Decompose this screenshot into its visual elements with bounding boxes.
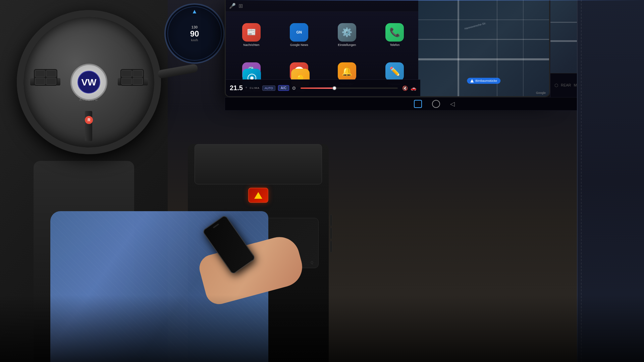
nachrichten-icon: 📰 <box>242 23 261 42</box>
air-vents <box>327 211 335 256</box>
telefon-icon: 📞 <box>385 23 404 42</box>
einstellungen-label: Einstellungen <box>338 43 356 47</box>
map-road-v3 <box>523 0 524 97</box>
anpassen-icon: ✏️ <box>385 62 404 81</box>
screen-top-bar: 🎤 ⊞ <box>226 0 420 12</box>
temp-left-display: 21.5 <box>230 84 243 92</box>
location-arrow-icon <box>470 79 474 82</box>
app-telefon[interactable]: 📞 Telefon <box>371 15 419 55</box>
steering-wheel-buttons-left <box>34 69 57 86</box>
telefon-label: Telefon <box>390 43 399 47</box>
map-road-h1 <box>418 39 549 40</box>
location-badge: Birnbaumstücke <box>467 78 500 84</box>
google-news-icon: GN <box>290 23 308 42</box>
google-brand-label: Google <box>536 91 546 95</box>
vent-3 <box>330 241 332 252</box>
ac-button[interactable]: A/C <box>278 85 289 91</box>
clima-label: CLIMA <box>250 86 259 89</box>
navigation-map: Hannoversche-Str. Birnbaumstücke Google <box>418 0 549 97</box>
climate-control-bar: 21.5 ° CLIMA AUTO A/C ⚙ 🔇 🚗 <box>226 79 420 96</box>
auto-button[interactable]: AUTO <box>262 85 275 91</box>
sw-btn-5[interactable] <box>121 70 132 77</box>
home-icon[interactable] <box>432 100 440 108</box>
sw-btn-1[interactable] <box>35 70 45 77</box>
steering-wheel-buttons-right <box>120 69 144 86</box>
fan-icon: ⚙ <box>292 85 296 91</box>
car-icon[interactable]: 🚗 <box>411 85 416 91</box>
map-road-h2 <box>418 58 549 60</box>
steering-wheel-hub: VW <box>70 64 107 101</box>
temp-unit-display: ° <box>246 86 247 90</box>
app-nachrichten[interactable]: 📰 Nachrichten <box>227 15 275 55</box>
nachrichten-label: Nachrichten <box>243 43 259 47</box>
hazard-button[interactable] <box>248 188 268 203</box>
climate-slider[interactable] <box>301 87 398 89</box>
rear-label-btn[interactable]: REAR <box>561 83 571 87</box>
app-einstellungen[interactable]: ⚙️ Einstellungen <box>323 15 371 55</box>
app-google-news[interactable]: GN Google News <box>275 15 323 55</box>
steering-wheel-spoke-bottom <box>85 111 92 141</box>
rear-climate-icon[interactable]: ⬡ <box>554 83 558 88</box>
sw-btn-2[interactable] <box>46 70 56 77</box>
sw-btn-4[interactable] <box>46 78 56 85</box>
climate-slider-fill <box>301 87 335 89</box>
map-road-h3 <box>418 19 549 20</box>
phone-speaker <box>213 224 219 229</box>
vw-logo-icon: VW <box>77 70 101 94</box>
climate-slider-thumb[interactable] <box>332 86 336 90</box>
vent-1 <box>330 215 332 226</box>
back-icon[interactable]: ◁ <box>450 100 455 108</box>
vent-2 <box>330 228 332 239</box>
einstellungen-icon: ⚙️ <box>338 23 356 42</box>
sw-btn-3[interactable] <box>35 78 45 85</box>
console-top-surface <box>195 144 322 184</box>
steering-wheel: VW AIRBAG R <box>17 10 161 154</box>
google-news-label: Google News <box>290 43 308 47</box>
location-name-text: Birnbaumstücke <box>475 79 497 82</box>
map-street-label-1: Hannoversche-Str. <box>464 21 486 30</box>
gauge-cluster: 130 90 km/h ▲ <box>164 3 225 64</box>
map-road-v2 <box>458 0 459 97</box>
mic-icon[interactable]: 🎤 <box>229 3 236 9</box>
sw-btn-8[interactable] <box>132 78 143 85</box>
reminder-icon: 🔔 <box>338 62 356 81</box>
stitch-decoration <box>581 0 582 362</box>
svg-text:VW: VW <box>81 77 97 87</box>
r-badge: R <box>85 116 93 124</box>
grid-icon[interactable]: ⊞ <box>238 3 243 9</box>
sw-btn-6[interactable] <box>132 70 143 77</box>
right-door-trim <box>577 0 644 362</box>
mute-icon[interactable]: 🔇 <box>402 85 408 91</box>
svg-point-3 <box>250 76 254 80</box>
hazard-triangle-icon <box>254 192 262 199</box>
android-square-icon[interactable] <box>414 100 422 108</box>
infotainment-screen: 🎤 ⊞ 📰 Nachrichten GN Google News ⚙️ Ei <box>225 0 550 97</box>
sw-btn-7[interactable] <box>121 78 132 85</box>
